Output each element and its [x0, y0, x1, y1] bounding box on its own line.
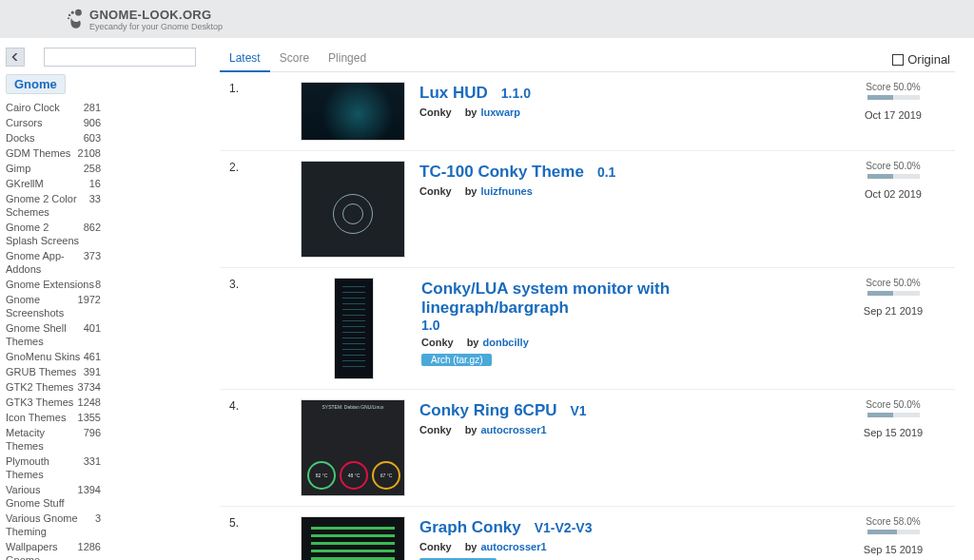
item-title[interactable]: Conky/LUA system monitor with linegraph/… — [421, 280, 818, 318]
category-row[interactable]: Gnome App-Addons373 — [6, 248, 101, 277]
item-thumbnail[interactable] — [301, 82, 405, 141]
category-row[interactable]: Cursors906 — [6, 115, 101, 130]
category-row[interactable]: Gnome 2 Color Schemes33 — [6, 191, 101, 220]
category-count: 2108 — [78, 146, 101, 160]
item-version: V1 — [571, 403, 587, 418]
item-stats: Score 50.0%Oct 02 2019 — [831, 161, 955, 258]
item-title[interactable]: Conky Ring 6CPU — [419, 401, 557, 420]
category-row[interactable]: Docks603 — [6, 130, 101, 145]
item-author[interactable]: autocrosser1 — [480, 424, 546, 435]
category-name: Metacity Themes — [6, 426, 84, 453]
site-subtitle: Eyecandy for your Gnome Desktop — [89, 22, 223, 31]
item-author[interactable]: autocrosser1 — [480, 541, 546, 552]
category-row[interactable]: Plymouth Themes331 — [6, 454, 101, 482]
category-count: 16 — [89, 177, 101, 190]
score-bar — [867, 174, 920, 179]
category-name: Docks — [6, 131, 35, 145]
category-count: 281 — [84, 101, 101, 114]
item-title[interactable]: TC-100 Conky Theme — [419, 163, 584, 182]
by-label: by — [465, 106, 477, 118]
item-stats: Score 50.0%Sep 15 2019 — [831, 399, 955, 496]
site-header: GNOME-LOOK.ORG Eyecandy for your Gnome D… — [0, 0, 974, 38]
item-title[interactable]: Lux HUD — [419, 84, 488, 103]
category-name: Gnome 2 Splash Screens — [6, 221, 84, 247]
category-name: GnoMenu Skins — [6, 350, 80, 363]
item-info: TC-100 Conky Theme0.1Conkybyluizfnunes — [419, 161, 831, 258]
score-label: Score 50.0% — [866, 399, 920, 410]
chevron-left-icon — [11, 53, 19, 61]
category-count: 1394 — [78, 483, 101, 510]
category-row[interactable]: Gnome Screenshots1972 — [6, 292, 101, 320]
category-row[interactable]: GTK2 Themes3734 — [6, 379, 101, 395]
category-row[interactable]: Cairo Clock281 — [6, 100, 101, 115]
svg-point-1 — [71, 11, 74, 14]
category-name: Various Gnome Theming — [6, 512, 95, 538]
category-row[interactable]: Gnome Shell Themes401 — [6, 320, 101, 349]
category-count: 1355 — [78, 411, 101, 424]
category-count: 3 — [95, 512, 101, 538]
category-row[interactable]: Wallpapers Gnome1286 — [6, 539, 101, 560]
item-thumbnail[interactable] — [334, 278, 374, 379]
item-version: V1-V2-V3 — [535, 520, 593, 535]
original-toggle[interactable]: Original — [892, 52, 955, 67]
item-author[interactable]: luxwarp — [480, 106, 520, 118]
category-row[interactable]: Gnome 2 Splash Screens862 — [6, 220, 101, 248]
item-version: 0.1 — [597, 164, 615, 180]
category-row[interactable]: GnoMenu Skins461 — [6, 349, 101, 364]
item-author[interactable]: donbcilly — [482, 337, 528, 348]
category-row[interactable]: GDM Themes2108 — [6, 145, 101, 161]
item-date: Sep 15 2019 — [864, 544, 923, 555]
tab-plinged[interactable]: Plinged — [319, 48, 376, 71]
item-rank: 5. — [220, 516, 248, 560]
download-tag[interactable]: Arch (tar.gz) — [421, 354, 492, 366]
item-info: Conky/LUA system monitor with linegraph/… — [421, 278, 831, 379]
category-name: Gimp — [6, 162, 30, 175]
item-author[interactable]: luizfnunes — [480, 185, 532, 197]
list-item: 4.SYSTEM: Debian GNU/Linux82 °C48 °C67 °… — [220, 390, 955, 507]
tab-latest[interactable]: Latest — [220, 48, 270, 72]
item-thumbnail[interactable] — [301, 161, 405, 258]
category-name: Wallpapers Gnome — [6, 540, 78, 560]
listing: 1.Lux HUD1.1.0ConkybyluxwarpScore 50.0%O… — [220, 72, 955, 560]
category-row[interactable]: GRUB Themes391 — [6, 364, 101, 379]
item-info: Conky Ring 6CPUV1Conkybyautocrosser1 — [419, 399, 831, 496]
item-category[interactable]: Conky — [419, 541, 452, 552]
current-category[interactable]: Gnome — [6, 74, 66, 94]
category-row[interactable]: Various Gnome Stuff1394 — [6, 482, 101, 511]
category-count: 258 — [84, 162, 101, 175]
category-row[interactable]: Gimp258 — [6, 161, 101, 176]
site-logo[interactable]: GNOME-LOOK.ORG Eyecandy for your Gnome D… — [67, 8, 223, 31]
category-row[interactable]: Various Gnome Theming3 — [6, 511, 101, 539]
search-input[interactable] — [44, 48, 196, 67]
category-name: GTK3 Themes — [6, 396, 73, 409]
category-count: 8 — [95, 278, 101, 291]
item-date: Oct 17 2019 — [865, 109, 922, 121]
score-bar — [867, 291, 920, 296]
category-row[interactable]: GKrellM16 — [6, 176, 101, 191]
category-row[interactable]: Icon Themes1355 — [6, 410, 101, 425]
score-label: Score 50.0% — [866, 82, 920, 92]
score-bar — [867, 95, 920, 100]
back-button[interactable] — [6, 48, 25, 67]
list-item: 3.Conky/LUA system monitor with linegrap… — [220, 268, 955, 390]
category-name: Icon Themes — [6, 411, 66, 424]
item-category[interactable]: Conky — [419, 185, 452, 197]
item-rank: 1. — [220, 82, 248, 141]
item-category[interactable]: Conky — [421, 337, 454, 348]
score-label: Score 50.0% — [866, 161, 920, 171]
item-version: 1.0 — [421, 318, 439, 333]
category-row[interactable]: GTK3 Themes1248 — [6, 395, 101, 410]
item-rank: 2. — [220, 161, 248, 258]
item-category[interactable]: Conky — [419, 106, 452, 118]
item-thumbnail[interactable]: SYSTEM: Debian GNU/Linux82 °C48 °C67 °C — [301, 399, 405, 496]
category-count: 862 — [84, 221, 101, 247]
category-row[interactable]: Metacity Themes796 — [6, 425, 101, 454]
item-category[interactable]: Conky — [419, 424, 452, 435]
category-count: 391 — [84, 365, 101, 378]
category-name: Gnome 2 Color Schemes — [6, 192, 89, 219]
tab-score[interactable]: Score — [270, 48, 319, 71]
item-title[interactable]: Graph Conky — [419, 518, 521, 537]
item-thumbnail[interactable] — [301, 516, 405, 560]
category-row[interactable]: Gnome Extensions8 — [6, 277, 101, 292]
score-label: Score 50.0% — [866, 278, 920, 288]
